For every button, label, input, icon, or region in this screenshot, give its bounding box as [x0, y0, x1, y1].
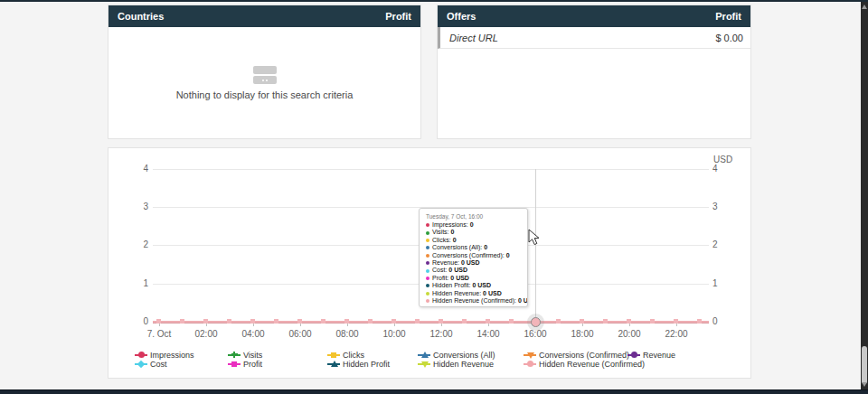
- legend-item-profit[interactable]: Profit: [228, 359, 262, 369]
- tooltip-value: 0 USD: [461, 259, 480, 267]
- tooltip-value: 0: [451, 229, 455, 236]
- tooltip-label: Visits:: [432, 229, 449, 236]
- x-axis-tick: 14:00: [468, 329, 508, 339]
- revenue-dot-icon: [426, 261, 429, 265]
- tooltip-value: 0: [484, 244, 487, 251]
- x-axis-tick: 08:00: [327, 329, 367, 339]
- x-axis-tick: 10:00: [374, 329, 414, 339]
- hidden-revenue-confirmed-dot-icon: [426, 299, 429, 303]
- gridline: [153, 169, 709, 170]
- impressions-marker-icon: [135, 351, 147, 359]
- y-axis-tick-right: 2: [712, 240, 736, 249]
- clicks-marker-icon: [327, 351, 340, 359]
- clicks-dot-icon: [426, 239, 429, 242]
- y-axis-tick-right: 1: [712, 279, 736, 288]
- tooltip-label: Cost:: [432, 267, 447, 274]
- x-axis-tick: 20:00: [609, 329, 649, 339]
- legend-item-hidden-revenue-confirmed[interactable]: Hidden Revenue (Confirmed): [524, 359, 645, 369]
- conversions-all-marker-icon: [418, 351, 430, 359]
- tooltip-label: Conversions (Confirmed):: [432, 252, 505, 259]
- empty-data-icon: [253, 66, 277, 84]
- revenue-marker-icon: [627, 351, 640, 359]
- timeseries-chart-panel: USD 4 3 2 1 0 4 3 2 1 0 7. Oct 02:00 04:…: [108, 147, 751, 379]
- scrollbar-thumb[interactable]: [862, 346, 867, 384]
- tooltip-label: Hidden Revenue (Confirmed):: [432, 297, 516, 305]
- cost-dot-icon: [426, 269, 429, 273]
- x-axis-tick: 12:00: [421, 329, 461, 339]
- tooltip-label: Clicks:: [432, 237, 451, 244]
- y-axis-tick-left: 0: [125, 317, 148, 326]
- offers-panel-title: Offers: [447, 11, 476, 22]
- hidden-profit-marker-icon: [327, 360, 340, 368]
- x-axis-tick: 04:00: [233, 329, 273, 339]
- visits-marker-icon: [228, 351, 241, 359]
- series-point-markers: [156, 319, 703, 324]
- dashboard-screen: Countries Profit Nothing to display for …: [0, 0, 868, 394]
- offer-profit-value: $ 0.00: [715, 33, 743, 43]
- chart-tooltip: Tuesday, 7 Oct, 16:00 Impressions:0 Visi…: [419, 208, 528, 307]
- y-axis-tick-left: 1: [125, 279, 148, 288]
- impressions-dot-icon: [426, 223, 429, 227]
- offer-name[interactable]: Direct URL: [449, 33, 498, 43]
- tooltip-value: 0 USD: [483, 290, 502, 297]
- y-axis-tick-right: 4: [712, 164, 736, 174]
- countries-panel-header: Countries Profit: [108, 5, 420, 27]
- tooltip-value: 0 USD: [450, 275, 469, 282]
- scroll-down-icon[interactable]: [862, 382, 867, 387]
- y-axis-tick-left: 3: [125, 202, 148, 211]
- x-axis-tick: 18:00: [562, 329, 602, 339]
- countries-empty-state: Nothing to display for this search crite…: [108, 27, 420, 139]
- tooltip-label: Impressions:: [432, 221, 468, 229]
- x-axis-tick: 7. Oct: [139, 329, 179, 339]
- vertical-scrollbar[interactable]: [861, 2, 868, 389]
- visits-dot-icon: [426, 231, 429, 235]
- conversions-confirmed-marker-icon: [524, 351, 536, 359]
- profit-marker-icon: [228, 360, 241, 368]
- tooltip-value: 0: [506, 252, 510, 259]
- hovered-data-point[interactable]: [531, 317, 541, 327]
- window-bottom-edge: [0, 389, 868, 394]
- countries-empty-text: Nothing to display for this search crite…: [176, 89, 354, 100]
- hidden-revenue-confirmed-marker-icon: [524, 360, 536, 368]
- y-axis-tick-left: 2: [125, 240, 148, 249]
- countries-profit-column-header[interactable]: Profit: [385, 11, 411, 22]
- offers-panel-header: Offers Profit: [438, 5, 750, 27]
- x-axis-tick: 22:00: [656, 329, 696, 339]
- offers-panel: Offers Profit Direct URL $ 0.00: [437, 5, 751, 139]
- conversions-all-dot-icon: [426, 246, 429, 249]
- scroll-up-icon[interactable]: [862, 5, 867, 9]
- tooltip-label: Revenue:: [432, 259, 459, 267]
- hidden-revenue-dot-icon: [426, 292, 429, 296]
- legend-item-hidden-revenue[interactable]: Hidden Revenue: [418, 359, 494, 369]
- tooltip-value: 0: [453, 237, 457, 244]
- y-axis-tick-left: 4: [125, 164, 148, 174]
- mouse-cursor-icon: [528, 229, 540, 246]
- window-top-edge: [0, 0, 868, 2]
- tooltip-label: Conversions (All):: [432, 244, 482, 251]
- cost-marker-icon: [135, 360, 147, 368]
- x-axis-tick: 16:00: [515, 329, 555, 339]
- offer-row-direct-url[interactable]: Direct URL $ 0.00: [438, 27, 750, 49]
- y-axis-tick-right: 3: [712, 202, 736, 211]
- x-axis-tick: 02:00: [186, 329, 226, 339]
- legend-item-cost[interactable]: Cost: [135, 359, 167, 369]
- countries-panel: Countries Profit Nothing to display for …: [108, 5, 421, 139]
- y-axis-tick-right: 0: [712, 317, 736, 326]
- tooltip-label: Hidden Revenue:: [432, 290, 481, 297]
- tooltip-value: 0 USD: [472, 282, 491, 289]
- tooltip-value: 0 USD: [518, 297, 528, 305]
- tooltip-value: 0: [470, 221, 474, 229]
- hidden-revenue-marker-icon: [418, 360, 430, 368]
- profit-dot-icon: [426, 277, 429, 280]
- hidden-profit-dot-icon: [426, 284, 429, 287]
- tooltip-value: 0 USD: [448, 267, 467, 274]
- legend-item-hidden-profit[interactable]: Hidden Profit: [327, 359, 390, 369]
- tooltip-title: Tuesday, 7 Oct, 16:00: [426, 213, 527, 220]
- tooltip-label: Hidden Profit:: [432, 282, 470, 289]
- offers-profit-column-header[interactable]: Profit: [715, 11, 741, 22]
- countries-panel-title: Countries: [118, 11, 164, 22]
- tooltip-label: Profit:: [432, 275, 448, 282]
- x-axis-tick: 06:00: [280, 329, 320, 339]
- conversions-confirmed-dot-icon: [426, 254, 429, 258]
